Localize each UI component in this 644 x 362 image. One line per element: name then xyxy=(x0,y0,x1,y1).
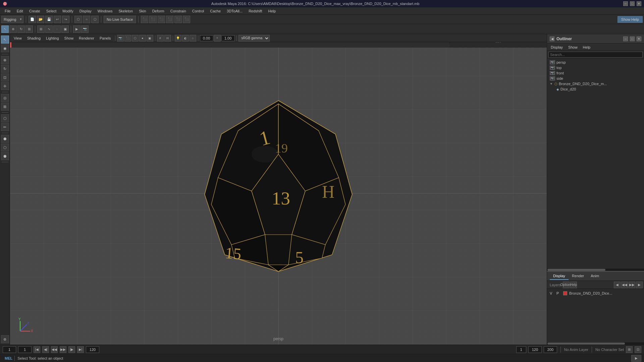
quick-sel-set-3[interactable]: ⬟ xyxy=(1,152,9,160)
quick-sel-set-1[interactable]: ⬢ xyxy=(1,135,9,143)
menu-help[interactable]: Help xyxy=(265,8,278,14)
quick-sel-set-2[interactable]: ⬡ xyxy=(1,143,9,152)
snapshot-btn[interactable]: 📷 xyxy=(81,25,89,33)
vp-menu-shading[interactable]: Shading xyxy=(25,36,43,41)
vp-lighting-mode[interactable]: 💡 xyxy=(175,35,181,42)
outliner-item-front[interactable]: 📷 front xyxy=(547,70,644,76)
show-help-button[interactable]: Show Help xyxy=(618,16,643,23)
menu-display[interactable]: Display xyxy=(77,8,94,14)
play-forward-btn[interactable]: ▶▶ xyxy=(60,346,66,353)
frame-range-end[interactable]: 120 xyxy=(528,346,542,353)
vp-flat-btn[interactable]: ▣ xyxy=(147,35,153,42)
vp-grid-btn[interactable]: # xyxy=(157,35,164,42)
layer-next-btn[interactable]: ▶ xyxy=(636,282,643,288)
layer-p-label[interactable]: P xyxy=(556,291,561,295)
vp-gamma-input[interactable]: 1.00 xyxy=(221,35,235,41)
layer-options-btn[interactable]: Options xyxy=(563,282,570,288)
show-manip-tool[interactable]: ⊞ xyxy=(1,103,9,111)
step-back-btn[interactable]: ◀| xyxy=(42,346,49,353)
layer-row-bronze[interactable]: V P Bronze_DND_D20_Dice... xyxy=(548,290,643,296)
render-seq-btn[interactable]: ⬛ xyxy=(158,16,165,23)
vp-smooth-btn[interactable]: ● xyxy=(139,35,146,42)
show-help-btn[interactable]: Show Help xyxy=(618,16,643,23)
vp-gamma-select[interactable]: sRGB gamma xyxy=(238,35,270,42)
menu-deform[interactable]: Deform xyxy=(150,8,167,14)
layer-tab-display[interactable]: Display xyxy=(550,273,569,280)
soft-modification[interactable]: ◎ xyxy=(1,94,9,102)
maximize-button[interactable]: □ xyxy=(630,1,635,6)
frame-total[interactable]: 200 xyxy=(544,346,557,353)
select-btn[interactable]: ⬡ xyxy=(74,16,82,23)
misc-tool[interactable]: ⊛ xyxy=(1,335,9,343)
vp-menu-lighting[interactable]: Lighting xyxy=(44,36,61,41)
layer-color-swatch[interactable] xyxy=(563,291,567,295)
rotate-tool-btn[interactable]: ↻ xyxy=(17,25,25,33)
select-tool[interactable]: ↖ xyxy=(1,36,9,44)
menu-redshift[interactable]: Redshift xyxy=(246,8,265,14)
playblast-btn[interactable]: ▶ xyxy=(73,25,80,33)
viewport-area[interactable]: View Shading Lighting Show Renderer Pane… xyxy=(10,34,547,345)
new-scene-btn[interactable]: 📄 xyxy=(29,16,36,23)
vp-exposure-input[interactable]: 0.00 xyxy=(200,35,213,41)
range-end-display[interactable]: 120 xyxy=(86,346,99,353)
play-back-btn[interactable]: ◀◀ xyxy=(51,346,58,353)
render-btn[interactable]: ⬛ xyxy=(149,16,157,23)
outliner-item-persp[interactable]: 📷 persp xyxy=(547,60,644,65)
menu-select[interactable]: Select xyxy=(44,8,59,14)
skip-to-end-btn[interactable]: ▶| xyxy=(77,346,84,353)
mode-selector[interactable]: Rigging ▼ xyxy=(1,16,23,23)
outliner-menu-display[interactable]: Display xyxy=(548,45,565,50)
skip-to-start-btn[interactable]: |◀ xyxy=(34,346,40,353)
move-tool-btn[interactable]: ⊕ xyxy=(9,25,17,33)
script-lang-label[interactable]: MEL xyxy=(3,356,15,361)
outliner-min-btn[interactable]: ─ xyxy=(623,37,628,41)
outliner-search-input[interactable] xyxy=(548,52,643,58)
menu-constrain[interactable]: Constrain xyxy=(168,8,189,14)
outliner-item-bronze-group[interactable]: ▼ ⬡ Bronze_DND_D20_Dice_m... xyxy=(547,81,644,86)
render-opt-btn[interactable]: ⬛ xyxy=(174,16,182,23)
vp-menu-view[interactable]: View xyxy=(11,36,24,41)
menu-skin[interactable]: Skin xyxy=(136,8,149,14)
layer-scrollbar-thumb[interactable] xyxy=(547,343,625,345)
vp-wireframe-btn[interactable]: ⬡ xyxy=(132,35,139,42)
char-set-btn-1[interactable]: ⊞ xyxy=(626,346,633,353)
layer-help-btn[interactable]: Help xyxy=(570,282,577,288)
vp-film-gate-btn[interactable]: ⬛ xyxy=(124,35,131,42)
move-tool[interactable]: ⊕ xyxy=(1,56,9,64)
start-frame-display[interactable]: 1 xyxy=(18,346,32,353)
vp-menu-panels[interactable]: Panels xyxy=(97,36,113,41)
paint-btn[interactable]: ⬠ xyxy=(91,16,99,23)
outliner-item-top[interactable]: 📷 top xyxy=(547,65,644,70)
layer-contract-btn[interactable]: ▶▶ xyxy=(629,282,635,288)
outliner-menu-help[interactable]: Help xyxy=(581,45,593,50)
current-frame-display[interactable]: 1 xyxy=(3,346,16,353)
menu-edit[interactable]: Edit xyxy=(14,8,26,14)
vp-hud-btn[interactable]: H xyxy=(164,35,171,42)
outliner-menu-show[interactable]: Show xyxy=(566,45,580,50)
snap-point-btn[interactable]: · xyxy=(53,25,61,33)
close-button[interactable]: ✕ xyxy=(637,1,641,6)
vp-ao-btn[interactable]: ○ xyxy=(190,35,196,42)
paint-select-tool[interactable]: ◉ xyxy=(1,44,9,52)
outliner-expand-btn[interactable]: ◀ xyxy=(550,37,554,41)
save-scene-btn[interactable]: 💾 xyxy=(45,16,53,23)
menu-create[interactable]: Create xyxy=(26,8,43,14)
menu-windows[interactable]: Windows xyxy=(95,8,115,14)
outliner-scrollbar[interactable] xyxy=(547,268,644,271)
vp-camera-btn[interactable]: 📷 xyxy=(117,35,124,42)
viewport-canvas[interactable]: 1 13 15 5 H 19 xyxy=(10,42,547,345)
menu-3dtoall[interactable]: 3DToAll... xyxy=(224,8,245,14)
rotate-tool[interactable]: ↻ xyxy=(1,65,9,73)
select-tool-btn[interactable]: ↖ xyxy=(1,25,9,33)
layer-prev-btn[interactable]: ◀ xyxy=(614,282,621,288)
menu-skeleton[interactable]: Skeleton xyxy=(116,8,136,14)
menu-file[interactable]: File xyxy=(2,8,13,14)
outliner-close-btn[interactable]: ✕ xyxy=(637,37,641,41)
mode-dropdown[interactable]: Rigging xyxy=(1,16,23,23)
layer-expand-btn[interactable]: ◀◀ xyxy=(621,282,628,288)
expand-arrow-bronze[interactable]: ▼ xyxy=(550,82,553,85)
menu-modify[interactable]: Modify xyxy=(60,8,76,14)
vp-shadow-btn[interactable]: ◐ xyxy=(182,35,189,42)
undo-btn[interactable]: ↩ xyxy=(54,16,61,23)
render-region-btn[interactable]: ⬛ xyxy=(183,16,190,23)
